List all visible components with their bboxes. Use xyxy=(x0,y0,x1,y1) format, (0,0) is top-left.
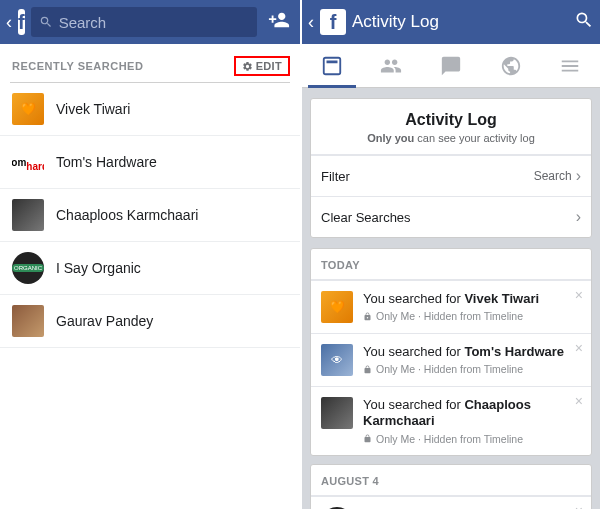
list-item-label: Chaaploos Karmchaari xyxy=(56,207,198,223)
activity-log-pane: ‹ f Activity Log Activity Log Only you c… xyxy=(302,0,600,509)
filter-label: Filter xyxy=(321,169,350,184)
recently-searched-header: RECENTLY SEARCHED EDIT xyxy=(0,44,300,82)
activity-log-card: Activity Log Only you can see your activ… xyxy=(310,98,592,238)
activity-row[interactable]: You searched for Chaaploos Karmchaari On… xyxy=(311,386,591,455)
dismiss-icon[interactable]: × xyxy=(575,393,583,409)
filter-value: Search› xyxy=(534,167,581,185)
messages-icon xyxy=(440,55,462,77)
facebook-logo-icon[interactable]: f xyxy=(18,9,25,35)
back-chevron-icon[interactable]: ‹ xyxy=(6,12,12,33)
activity-row[interactable]: You searched for Tom's Hardware Only Me … xyxy=(311,333,591,386)
avatar xyxy=(12,93,44,125)
list-item[interactable]: Vivek Tiwari xyxy=(0,83,300,136)
filter-row[interactable]: Filter Search› xyxy=(311,155,591,196)
tab-messages[interactable] xyxy=(421,44,481,87)
search-box[interactable] xyxy=(31,7,257,37)
newsfeed-icon xyxy=(321,55,343,77)
tab-newsfeed[interactable] xyxy=(302,44,362,87)
gear-icon xyxy=(242,61,253,72)
tab-bar xyxy=(302,44,600,88)
facebook-logo-icon[interactable]: f xyxy=(320,9,346,35)
card-subtitle: Only you can see your activity log xyxy=(319,132,583,144)
search-icon[interactable] xyxy=(574,10,594,35)
dismiss-icon[interactable]: × xyxy=(575,503,583,510)
page-title: Activity Log xyxy=(352,12,568,32)
topbar-right: ‹ f Activity Log xyxy=(302,0,600,44)
hamburger-icon xyxy=(559,55,581,77)
activity-text: You searched for Chaaploos Karmchaari xyxy=(363,397,583,430)
edit-button-label: EDIT xyxy=(256,60,282,72)
lock-icon xyxy=(363,434,372,443)
group-title: AUGUST 4 xyxy=(311,465,591,496)
chevron-right-icon: › xyxy=(576,167,581,185)
avatar xyxy=(12,199,44,231)
back-chevron-icon[interactable]: ‹ xyxy=(308,12,314,33)
recent-search-list: Vivek Tiwari tomhard Tom's Hardware Chaa… xyxy=(0,83,300,348)
activity-text: You searched for Vivek Tiwari xyxy=(363,291,583,307)
avatar xyxy=(321,397,353,429)
avatar xyxy=(321,291,353,323)
friends-icon xyxy=(380,55,402,77)
list-item-label: Gaurav Pandey xyxy=(56,313,153,329)
activity-group-august4: AUGUST 4 ORGANIC You searched for I Say … xyxy=(310,464,592,510)
avatar: ORGANIC xyxy=(12,252,44,284)
edit-button[interactable]: EDIT xyxy=(242,60,282,72)
chevron-right-icon: › xyxy=(576,208,581,226)
activity-row[interactable]: You searched for Vivek Tiwari Only Me · … xyxy=(311,280,591,333)
activity-meta: Only Me · Hidden from Timeline xyxy=(363,310,583,322)
search-input[interactable] xyxy=(59,14,249,31)
topbar-left: ‹ f xyxy=(0,0,300,44)
activity-group-today: TODAY You searched for Vivek Tiwari Only… xyxy=(310,248,592,456)
search-pane: ‹ f RECENTLY SEARCHED EDIT Vivek Tiwari … xyxy=(0,0,302,509)
list-item[interactable]: Chaaploos Karmchaari xyxy=(0,189,300,242)
svg-rect-1 xyxy=(326,60,337,63)
group-title: TODAY xyxy=(311,249,591,280)
dismiss-icon[interactable]: × xyxy=(575,340,583,356)
list-item[interactable]: ORGANIC I Say Organic xyxy=(0,242,300,295)
edit-highlight-box: EDIT xyxy=(234,56,290,76)
list-item[interactable]: Gaurav Pandey xyxy=(0,295,300,348)
card-title: Activity Log xyxy=(319,111,583,129)
recently-searched-title: RECENTLY SEARCHED xyxy=(12,60,143,72)
tab-more[interactable] xyxy=(540,44,600,87)
list-item-label: Vivek Tiwari xyxy=(56,101,130,117)
activity-text: You searched for Tom's Hardware xyxy=(363,344,583,360)
avatar xyxy=(12,305,44,337)
list-item-label: I Say Organic xyxy=(56,260,141,276)
lock-icon xyxy=(363,365,372,374)
card-header: Activity Log Only you can see your activ… xyxy=(311,99,591,155)
friend-requests-icon[interactable] xyxy=(267,9,291,36)
activity-meta: Only Me · Hidden from Timeline xyxy=(363,363,583,375)
clear-searches-label: Clear Searches xyxy=(321,210,411,225)
list-item[interactable]: tomhard Tom's Hardware xyxy=(0,136,300,189)
tab-friends[interactable] xyxy=(362,44,422,87)
globe-icon xyxy=(500,55,522,77)
clear-searches-row[interactable]: Clear Searches › xyxy=(311,196,591,237)
avatar: tomhard xyxy=(12,146,44,178)
lock-icon xyxy=(363,312,372,321)
dismiss-icon[interactable]: × xyxy=(575,287,583,303)
list-item-label: Tom's Hardware xyxy=(56,154,157,170)
svg-rect-0 xyxy=(324,57,341,74)
search-icon xyxy=(39,15,53,29)
activity-meta: Only Me · Hidden from Timeline xyxy=(363,433,583,445)
activity-row[interactable]: ORGANIC You searched for I Say Organic O… xyxy=(311,496,591,510)
tab-notifications[interactable] xyxy=(481,44,541,87)
avatar xyxy=(321,344,353,376)
